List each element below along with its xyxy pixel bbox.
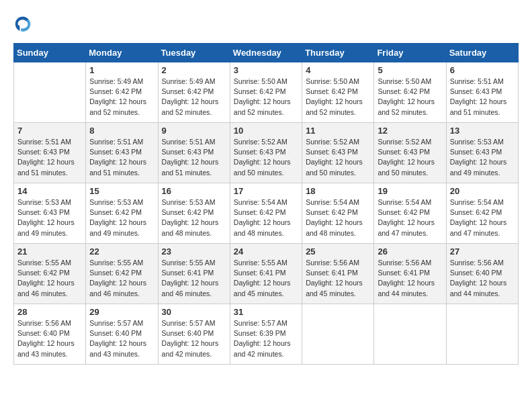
calendar-cell: 20Sunrise: 5:54 AM Sunset: 6:42 PM Dayli… xyxy=(446,183,518,244)
col-header-sunday: Sunday xyxy=(14,44,86,62)
day-info: Sunrise: 5:54 AM Sunset: 6:42 PM Dayligh… xyxy=(306,197,370,238)
calendar-cell: 3Sunrise: 5:50 AM Sunset: 6:42 PM Daylig… xyxy=(230,62,302,123)
calendar-cell: 21Sunrise: 5:55 AM Sunset: 6:42 PM Dayli… xyxy=(14,244,86,304)
calendar-cell: 9Sunrise: 5:51 AM Sunset: 6:43 PM Daylig… xyxy=(158,123,230,183)
day-number: 28 xyxy=(17,307,82,317)
day-number: 2 xyxy=(162,65,226,75)
calendar-cell: 18Sunrise: 5:54 AM Sunset: 6:42 PM Dayli… xyxy=(302,183,374,244)
page-header xyxy=(13,13,519,32)
day-number: 11 xyxy=(306,126,370,136)
day-number: 14 xyxy=(17,186,82,196)
logo xyxy=(13,13,35,32)
calendar-cell: 15Sunrise: 5:53 AM Sunset: 6:42 PM Dayli… xyxy=(86,183,158,244)
day-number: 24 xyxy=(234,246,298,257)
day-number: 18 xyxy=(306,186,370,196)
day-number: 20 xyxy=(450,186,515,196)
day-number: 25 xyxy=(306,246,370,257)
day-info: Sunrise: 5:55 AM Sunset: 6:41 PM Dayligh… xyxy=(162,258,226,299)
calendar-cell: 1Sunrise: 5:49 AM Sunset: 6:42 PM Daylig… xyxy=(86,62,158,123)
col-header-tuesday: Tuesday xyxy=(158,44,230,62)
calendar-cell: 6Sunrise: 5:51 AM Sunset: 6:43 PM Daylig… xyxy=(446,62,518,123)
calendar-cell xyxy=(446,304,518,365)
day-number: 19 xyxy=(378,186,442,196)
calendar-cell: 28Sunrise: 5:56 AM Sunset: 6:40 PM Dayli… xyxy=(14,304,86,365)
day-info: Sunrise: 5:56 AM Sunset: 6:40 PM Dayligh… xyxy=(450,258,515,299)
day-number: 10 xyxy=(234,126,298,136)
day-number: 1 xyxy=(89,65,154,75)
calendar-cell: 8Sunrise: 5:51 AM Sunset: 6:43 PM Daylig… xyxy=(86,123,158,183)
day-number: 17 xyxy=(234,186,298,196)
day-info: Sunrise: 5:55 AM Sunset: 6:41 PM Dayligh… xyxy=(234,258,298,299)
day-info: Sunrise: 5:55 AM Sunset: 6:42 PM Dayligh… xyxy=(17,258,82,299)
day-info: Sunrise: 5:52 AM Sunset: 6:43 PM Dayligh… xyxy=(234,137,298,178)
day-number: 29 xyxy=(89,307,154,317)
calendar-week-row: 21Sunrise: 5:55 AM Sunset: 6:42 PM Dayli… xyxy=(14,244,519,304)
day-info: Sunrise: 5:49 AM Sunset: 6:42 PM Dayligh… xyxy=(162,77,226,118)
day-number: 31 xyxy=(234,307,298,317)
day-info: Sunrise: 5:53 AM Sunset: 6:42 PM Dayligh… xyxy=(162,197,226,238)
day-info: Sunrise: 5:51 AM Sunset: 6:43 PM Dayligh… xyxy=(17,137,82,178)
col-header-friday: Friday xyxy=(374,44,446,62)
day-info: Sunrise: 5:51 AM Sunset: 6:43 PM Dayligh… xyxy=(89,137,154,178)
calendar-week-row: 1Sunrise: 5:49 AM Sunset: 6:42 PM Daylig… xyxy=(14,62,519,123)
day-number: 13 xyxy=(450,126,515,136)
day-info: Sunrise: 5:53 AM Sunset: 6:43 PM Dayligh… xyxy=(17,197,82,238)
calendar-cell: 29Sunrise: 5:57 AM Sunset: 6:40 PM Dayli… xyxy=(86,304,158,365)
day-number: 9 xyxy=(162,126,226,136)
day-info: Sunrise: 5:57 AM Sunset: 6:40 PM Dayligh… xyxy=(89,318,154,359)
day-number: 5 xyxy=(378,65,442,75)
day-info: Sunrise: 5:52 AM Sunset: 6:43 PM Dayligh… xyxy=(306,137,370,178)
col-header-wednesday: Wednesday xyxy=(230,44,302,62)
day-number: 15 xyxy=(89,186,154,196)
day-info: Sunrise: 5:51 AM Sunset: 6:43 PM Dayligh… xyxy=(162,137,226,178)
calendar-cell: 7Sunrise: 5:51 AM Sunset: 6:43 PM Daylig… xyxy=(14,123,86,183)
day-number: 3 xyxy=(234,65,298,75)
logo-icon xyxy=(13,13,32,32)
day-number: 22 xyxy=(89,246,154,257)
calendar-cell: 16Sunrise: 5:53 AM Sunset: 6:42 PM Dayli… xyxy=(158,183,230,244)
day-number: 12 xyxy=(378,126,442,136)
day-info: Sunrise: 5:56 AM Sunset: 6:41 PM Dayligh… xyxy=(306,258,370,299)
col-header-saturday: Saturday xyxy=(446,44,518,62)
calendar-cell: 13Sunrise: 5:53 AM Sunset: 6:43 PM Dayli… xyxy=(446,123,518,183)
calendar-cell: 17Sunrise: 5:54 AM Sunset: 6:42 PM Dayli… xyxy=(230,183,302,244)
calendar-cell: 19Sunrise: 5:54 AM Sunset: 6:42 PM Dayli… xyxy=(374,183,446,244)
day-number: 6 xyxy=(450,65,515,75)
calendar-cell xyxy=(14,62,86,123)
calendar-table: SundayMondayTuesdayWednesdayThursdayFrid… xyxy=(13,43,519,365)
calendar-cell: 26Sunrise: 5:56 AM Sunset: 6:41 PM Dayli… xyxy=(374,244,446,304)
calendar-cell: 27Sunrise: 5:56 AM Sunset: 6:40 PM Dayli… xyxy=(446,244,518,304)
calendar-cell: 31Sunrise: 5:57 AM Sunset: 6:39 PM Dayli… xyxy=(230,304,302,365)
day-info: Sunrise: 5:50 AM Sunset: 6:42 PM Dayligh… xyxy=(306,77,370,118)
day-info: Sunrise: 5:52 AM Sunset: 6:43 PM Dayligh… xyxy=(378,137,442,178)
calendar-header-row: SundayMondayTuesdayWednesdayThursdayFrid… xyxy=(14,44,519,62)
day-number: 4 xyxy=(306,65,370,75)
day-info: Sunrise: 5:50 AM Sunset: 6:42 PM Dayligh… xyxy=(234,77,298,118)
day-number: 7 xyxy=(17,126,82,136)
day-number: 16 xyxy=(162,186,226,196)
calendar-cell: 11Sunrise: 5:52 AM Sunset: 6:43 PM Dayli… xyxy=(302,123,374,183)
day-info: Sunrise: 5:55 AM Sunset: 6:42 PM Dayligh… xyxy=(89,258,154,299)
day-info: Sunrise: 5:49 AM Sunset: 6:42 PM Dayligh… xyxy=(89,77,154,118)
day-number: 8 xyxy=(89,126,154,136)
calendar-cell: 2Sunrise: 5:49 AM Sunset: 6:42 PM Daylig… xyxy=(158,62,230,123)
col-header-thursday: Thursday xyxy=(302,44,374,62)
day-info: Sunrise: 5:57 AM Sunset: 6:39 PM Dayligh… xyxy=(234,318,298,359)
day-info: Sunrise: 5:51 AM Sunset: 6:43 PM Dayligh… xyxy=(450,77,515,118)
day-info: Sunrise: 5:53 AM Sunset: 6:43 PM Dayligh… xyxy=(450,137,515,178)
day-info: Sunrise: 5:50 AM Sunset: 6:42 PM Dayligh… xyxy=(378,77,442,118)
calendar-cell: 24Sunrise: 5:55 AM Sunset: 6:41 PM Dayli… xyxy=(230,244,302,304)
calendar-cell: 30Sunrise: 5:57 AM Sunset: 6:40 PM Dayli… xyxy=(158,304,230,365)
day-info: Sunrise: 5:54 AM Sunset: 6:42 PM Dayligh… xyxy=(450,197,515,238)
day-info: Sunrise: 5:54 AM Sunset: 6:42 PM Dayligh… xyxy=(378,197,442,238)
day-info: Sunrise: 5:56 AM Sunset: 6:40 PM Dayligh… xyxy=(17,318,82,359)
calendar-cell xyxy=(374,304,446,365)
day-number: 21 xyxy=(17,246,82,257)
calendar-cell: 4Sunrise: 5:50 AM Sunset: 6:42 PM Daylig… xyxy=(302,62,374,123)
calendar-week-row: 28Sunrise: 5:56 AM Sunset: 6:40 PM Dayli… xyxy=(14,304,519,365)
calendar-week-row: 14Sunrise: 5:53 AM Sunset: 6:43 PM Dayli… xyxy=(14,183,519,244)
day-number: 23 xyxy=(162,246,226,257)
calendar-cell: 25Sunrise: 5:56 AM Sunset: 6:41 PM Dayli… xyxy=(302,244,374,304)
calendar-cell xyxy=(302,304,374,365)
day-number: 30 xyxy=(162,307,226,317)
